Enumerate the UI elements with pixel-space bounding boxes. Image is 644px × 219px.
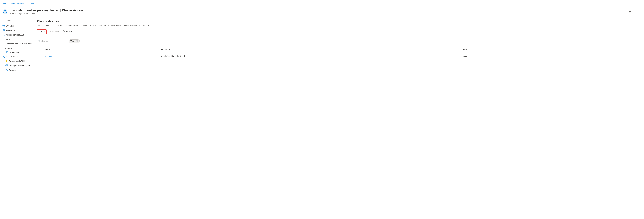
svg-rect-17 [6,65,7,66]
sidebar-search-wrap [2,18,31,22]
page-header-title: mycluster (contosopool/mycluster) | Clus… [10,9,627,12]
filter-bar: Type : All [37,39,640,43]
header-actions: ★ ··· ✕ [628,10,642,14]
sidebar-item-iam[interactable]: Access control (IAM) [0,33,33,37]
chevron-down-icon: ▾ [2,48,3,49]
row-1-actions-cell: ··· [550,52,640,60]
page-description: You can control access to the cluster en… [37,24,172,26]
sidebar-item-config-mgmt[interactable]: Configuration Management [0,63,33,68]
table-row: contoso abcde-12345-abcde-12345 User ··· [37,52,640,60]
svg-point-0 [3,9,8,14]
table-header-row: Name Object ID Type [37,46,640,52]
sidebar-item-cluster-size[interactable]: Cluster size [0,50,33,55]
row-1-name-cell: contoso [43,52,160,60]
main-content: Cluster Access You can control access to… [33,16,644,219]
diagnose-icon [2,43,5,45]
table-header-name: Name [43,46,160,52]
remove-button[interactable]: Remove [47,30,60,34]
sidebar-item-overview[interactable]: Overview [0,24,33,28]
sidebar-item-activity-log[interactable]: Activity log [0,28,33,33]
svg-point-18 [6,69,6,70]
sidebar-item-iam-label: Access control (IAM) [6,34,24,36]
table-header-object-id: Object ID [160,46,461,52]
sidebar-item-cluster-size-label: Cluster size [9,51,19,54]
overview-icon [2,25,5,27]
add-label: Add [41,31,44,33]
settings-section-label: Settings [4,47,12,50]
sidebar-item-ssh-label: Secure shell (SSH) [9,60,26,62]
svg-rect-20 [49,31,50,32]
tags-icon [2,38,5,41]
page-header-subtitle: Azure HDInsight on AKS cluster [10,13,627,15]
layout: Overview Activity log Access control (IA… [0,16,644,219]
svg-point-19 [7,69,8,70]
sidebar-item-services[interactable]: Services [0,68,33,72]
top-bar: Home > mycluster (contosopool/mycluster) [0,0,644,7]
more-options-button[interactable]: ··· [634,10,637,14]
table-select-all-checkbox[interactable] [39,48,41,50]
favorite-button[interactable]: ★ [628,10,632,14]
sidebar-item-overview-label: Overview [6,25,14,27]
row-1-more-button[interactable]: ··· [634,54,638,58]
sidebar-item-activity-log-label: Activity log [6,29,15,32]
page-title: Cluster Access [37,20,640,23]
add-button[interactable]: + Add [37,29,46,34]
toolbar: + Add Remove Refresh [37,29,640,36]
svg-rect-11 [7,51,8,52]
breadcrumb-home[interactable]: Home [2,3,7,5]
close-button[interactable]: ✕ [638,10,642,14]
sidebar-item-ssh[interactable]: Secure shell (SSH) [0,59,33,63]
row-1-type-cell: User [461,52,550,60]
sidebar-item-tags[interactable]: Tags [0,37,33,42]
row-checkbox-cell [37,52,43,60]
svg-point-1 [4,10,6,11]
svg-point-8 [3,34,4,35]
sidebar-search-container [0,17,33,24]
data-table: Name Object ID Type contoso abcde-12345-… [37,46,640,60]
breadcrumb-sep-1: > [8,3,9,5]
table-header-actions [550,46,640,52]
svg-rect-7 [3,29,4,31]
svg-rect-10 [6,51,6,52]
row-1-object-id: abcde-12345-abcde-12345 [161,55,185,57]
cluster-icon [2,9,8,14]
sidebar-item-diagnose-label: Diagnose and solve problems [6,43,32,45]
row-1-checkbox[interactable] [39,55,41,57]
sidebar-search-input[interactable] [2,18,31,22]
breadcrumb-cluster[interactable]: mycluster (contosopool/mycluster) [10,3,37,5]
table-header-type: Type [461,46,550,52]
remove-label: Remove [52,31,59,33]
refresh-label: Refresh [66,31,72,33]
filter-search-wrap [37,39,67,43]
main-header: mycluster (contosopool/mycluster) | Clus… [0,7,644,16]
row-1-type: User [463,55,467,57]
row-1-name-link[interactable]: contoso [45,55,52,57]
type-filter-tag[interactable]: Type : All [68,39,80,43]
table-header-checkbox [37,46,43,52]
sidebar-item-tags-label: Tags [6,38,10,41]
add-icon: + [39,30,40,33]
sidebar-item-cluster-access[interactable]: Cluster Access [1,55,32,59]
filter-search-input[interactable] [37,39,67,43]
remove-icon [49,30,51,33]
settings-section-header[interactable]: ▾ Settings [0,46,33,50]
header-title-block: mycluster (contosopool/mycluster) | Clus… [10,9,627,15]
sidebar-item-services-label: Services [9,69,16,71]
svg-point-13 [4,56,4,57]
svg-rect-12 [6,52,6,53]
svg-point-15 [6,61,7,62]
svg-point-9 [3,39,4,39]
cluster-size-icon [6,51,8,54]
services-icon [6,69,8,71]
activity-log-icon [2,29,5,32]
config-mgmt-icon [6,64,8,67]
refresh-icon [62,30,65,33]
ssh-icon [6,60,8,62]
cluster-access-icon [2,55,5,58]
iam-icon [2,34,5,36]
row-1-object-id-cell: abcde-12345-abcde-12345 [160,52,461,60]
refresh-button[interactable]: Refresh [61,30,74,34]
sidebar-item-config-mgmt-label: Configuration Management [9,64,32,67]
sidebar-item-diagnose[interactable]: Diagnose and solve problems [0,42,33,46]
sidebar-item-cluster-access-label: Cluster Access [6,56,19,58]
